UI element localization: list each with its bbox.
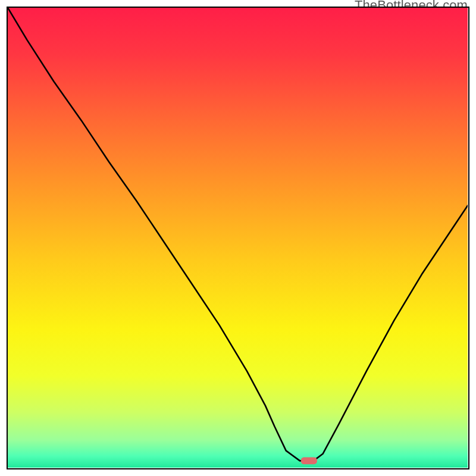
gradient-background <box>8 8 468 468</box>
plot-area <box>7 7 469 469</box>
chart-frame: TheBottleneck.com <box>0 0 476 476</box>
optimal-marker <box>301 458 317 465</box>
chart-svg <box>8 8 468 468</box>
